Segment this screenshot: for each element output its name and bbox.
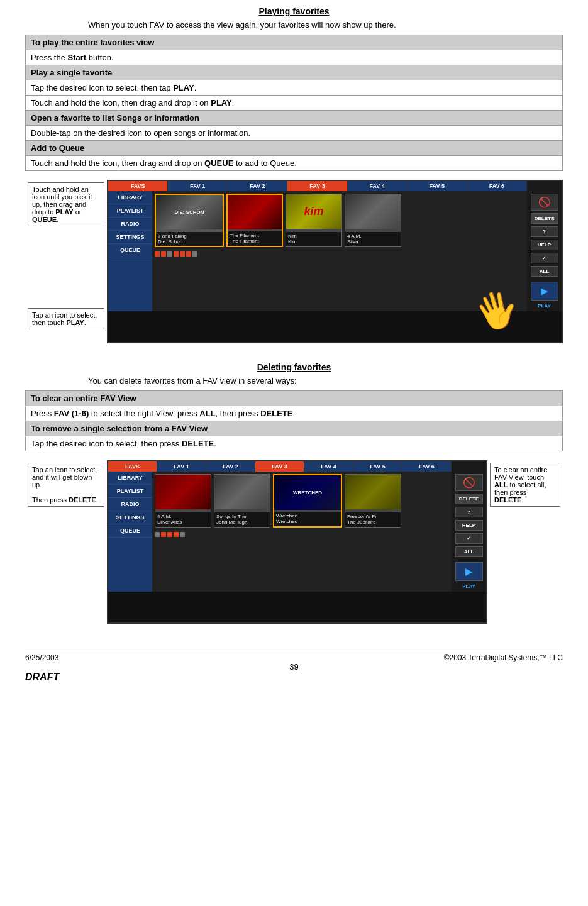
album-card-songs[interactable]: Songs In TheJohn McHugh [214,474,270,528]
table-row: Tap the desired icon to select, then tap… [26,80,563,96]
table-cell: To remove a single selection from a FAV … [26,421,563,436]
sidebar-2-queue[interactable]: QUEUE [108,524,152,538]
ui-right-panel-2: 🚫 DELETE ? HELP ✓ ALL ▶ PLAY [452,472,486,592]
table-cell: Touch and hold the icon, then drag and d… [26,156,563,171]
delete-label-2[interactable]: DELETE [455,494,483,504]
fav-nav-6[interactable]: FAV 6 [467,181,527,191]
help-label-btn[interactable]: HELP [531,240,558,250]
table-cell: Double-tap on the desired icon to open s… [26,126,563,141]
table-row: Tap the desired icon to select, then pre… [26,436,563,451]
table-row: To play the entire favorites view [26,35,563,50]
checkmark-btn-2[interactable]: ✓ [455,533,483,544]
album-card-kim[interactable]: kim KimKim [286,194,342,247]
table-cell: Open a favorite to list Songs or Informa… [26,111,563,126]
checkmark-btn[interactable]: ✓ [531,253,558,263]
playing-favorites-section: Playing favorites When you touch FAV to … [25,6,563,624]
card-label-1: 7 and FallingDie: Schon [156,232,223,246]
selected-card-1[interactable]: DIE: SCHÖN 7 and FallingDie: Schon [155,194,224,247]
album-card-freecom[interactable]: Freecom's FrThe Jubilaire [345,474,401,528]
callout-delete-select: Tap an icon to select, and it will get b… [28,463,104,507]
fav-nav-2-5[interactable]: FAV 5 [353,461,402,472]
sidebar-2-library[interactable]: LIBRARY [108,472,152,485]
sidebar-queue[interactable]: QUEUE [108,244,152,257]
table-cell: To play the entire favorites view [26,35,563,50]
card-label-4am-2: 4 A.M.Silver Atlas [155,512,211,527]
ui-sidebar-2: LIBRARY PLAYLIST RADIO SETTINGS QUEUE [108,472,152,592]
callout-box-drag: Touch and hold an icon until you pick it… [28,182,104,226]
fav-nav-favs[interactable]: FAVS [108,181,168,191]
fav-nav-3[interactable]: FAV 3 [287,181,347,191]
fav-nav-1[interactable]: FAV 1 [168,181,228,191]
fav-nav-2-favs[interactable]: FAVS [108,461,157,472]
album-card-4am-2[interactable]: 4 A.M.Silver Atlas [155,474,211,528]
sidebar-2-settings[interactable]: SETTINGS [108,511,152,524]
table-cell: Tap the desired icon to select, then pre… [26,436,563,451]
queue-bar-1 [155,250,524,258]
callout-box-play: Tap an icon to select, then touch PLAY. [28,308,104,329]
callout-right-2: To clear an entire FAV View, touch ALL t… [487,460,563,509]
sidebar-playlist[interactable]: PLAYLIST [108,204,152,218]
help-question-btn-2[interactable]: ? [455,507,483,517]
ui-main-content-2: 4 A.M.Silver Atlas Songs In TheJohn McHu… [152,472,452,592]
play-label-2: PLAY [462,583,475,589]
queue-bar-2 [155,530,449,539]
table-row: To clear an entire FAV View [26,391,563,406]
play-label: PLAY [538,303,551,309]
fav-nav-2-6[interactable]: FAV 6 [402,461,452,472]
table-row: Touch and hold the icon, then drag and d… [26,156,563,171]
deleting-table: To clear an entire FAV View Press FAV (1… [25,390,563,451]
ui-main-content-1: DIE: SCHÖN 7 and FallingDie: Schon The F… [152,191,527,311]
sidebar-2-playlist[interactable]: PLAYLIST [108,485,152,498]
section-title-playing: Playing favorites [25,6,563,16]
table-cell: To clear an entire FAV View [26,391,563,406]
table-cell: Play a single favorite [26,65,563,80]
delete-icon-btn-2[interactable]: 🚫 [455,474,483,491]
fav-nav-2-2[interactable]: FAV 2 [206,461,255,472]
ui-mockup-1: FAVS FAV 1 FAV 2 FAV 3 FAV 4 FAV 5 FAV 6… [107,180,563,343]
fav-nav-2-3[interactable]: FAV 3 [255,461,304,472]
playing-table: To play the entire favorites view Press … [25,35,563,171]
table-cell: Press FAV (1-6) to select the right View… [26,406,563,421]
deleting-intro: You can delete favorites from a FAV view… [88,376,563,385]
fav-nav-5[interactable]: FAV 5 [408,181,467,191]
fav-nav-bar-2: FAVS FAV 1 FAV 2 FAV 3 FAV 4 FAV 5 FAV 6 [108,461,486,472]
table-row: Touch and hold the icon, then drag and d… [26,96,563,111]
fav-nav-2-4[interactable]: FAV 4 [304,461,353,472]
ui-body-2: LIBRARY PLAYLIST RADIO SETTINGS QUEUE 4 … [108,472,486,592]
play-button[interactable]: ▶ [531,282,558,301]
all-btn[interactable]: ALL [531,266,558,277]
ui-right-panel-1: 🚫 DELETE ? HELP ✓ ALL ▶ PLAY [527,191,562,311]
footer-date: 6/25/2003 [25,653,58,662]
card-label-kim: KimKim [286,232,341,246]
callout-clear-fav: To clear an entire FAV View, touch ALL t… [490,463,560,507]
album-card-2[interactable]: The FilamentThe Filamont [226,194,283,247]
delete-icon-btn[interactable]: 🚫 [531,194,558,211]
fav-nav-2[interactable]: FAV 2 [228,181,287,191]
play-button-2[interactable]: ▶ [455,562,483,581]
table-row: Press the Start button. [26,50,563,65]
table-cell: Press the Start button. [26,50,563,65]
ui-screen-2: FAVS FAV 1 FAV 2 FAV 3 FAV 4 FAV 5 FAV 6… [107,460,487,624]
screenshot2-container: Tap an icon to select, and it will get b… [25,460,563,624]
help-question-btn[interactable]: ? [531,226,558,237]
fav-nav-2-1[interactable]: FAV 1 [157,461,206,472]
card-label-4am: 4 A.M.Silva [345,232,401,246]
table-row: Add to Queue [26,141,563,156]
card-label-freecom: Freecom's FrThe Jubilaire [345,512,401,527]
sidebar-2-radio[interactable]: RADIO [108,498,152,511]
sidebar-library[interactable]: LIBRARY [108,191,152,204]
album-card-wretched[interactable]: WRETCHED WretchedWretched [273,474,342,528]
table-cell: Add to Queue [26,141,563,156]
all-btn-2[interactable]: ALL [455,546,483,557]
album-card-4am[interactable]: 4 A.M.Silva [345,194,401,247]
sidebar-settings[interactable]: SETTINGS [108,231,152,244]
footer-area: 6/25/2003 ©2003 TerraDigital Systems,™ L… [25,649,563,683]
help-label-btn-2[interactable]: HELP [455,520,483,531]
card-label-wretched: WretchedWretched [274,512,341,526]
delete-label[interactable]: DELETE [531,213,558,224]
callout-left-1: Touch and hold an icon until you pick it… [25,180,107,332]
section-title-deleting: Deleting favorites [25,362,563,372]
fav-nav-4[interactable]: FAV 4 [348,181,408,191]
table-row: Play a single favorite [26,65,563,80]
sidebar-radio[interactable]: RADIO [108,218,152,231]
